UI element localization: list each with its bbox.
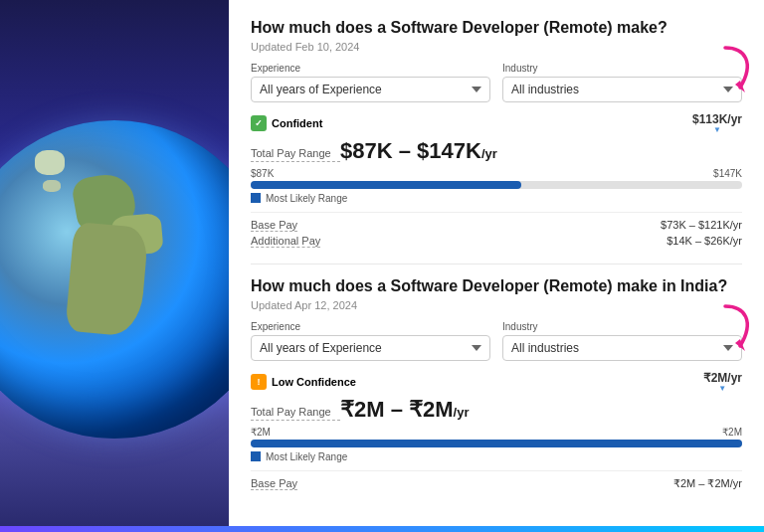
section1-legend-dot: [251, 193, 261, 203]
section1-per-year-value: $113K/yr: [692, 112, 742, 126]
section2-legend-label: Most Likely Range: [266, 451, 347, 462]
section2-per-year-value: ₹2M/yr: [703, 371, 742, 385]
section1-bar-min: $87K: [251, 168, 274, 179]
section2-experience-label: Experience: [251, 321, 490, 332]
section-divider: [251, 264, 742, 265]
section2-industry-filter: Industry All industries: [502, 321, 742, 361]
section1-total-pay-row: Total Pay Range $87K – $147K/yr: [251, 140, 742, 162]
globe-illustration: [0, 120, 229, 439]
section1-bar-labels: $87K $147K: [251, 168, 742, 179]
section1-additional-pay-value: $14K – $26K/yr: [667, 235, 742, 247]
arrow2-decoration: [690, 301, 760, 366]
section1-total-pay-label: Total Pay Range: [251, 147, 340, 162]
section1-total-pay-value: $87K – $147K/yr: [340, 140, 497, 162]
section1-base-pay-row: Base Pay $73K – $121K/yr: [251, 219, 742, 232]
section1-legend-label: Most Likely Range: [266, 193, 347, 204]
bottom-gradient-bar: [0, 526, 764, 532]
section1-bar-legend: Most Likely Range: [251, 193, 742, 204]
section1-base-pay-value: $73K – $121K/yr: [661, 219, 742, 231]
section2-total-pay-label: Total Pay Range: [251, 406, 340, 421]
section1-bar-max: $147K: [713, 168, 742, 179]
section2-bar-track: [251, 440, 742, 447]
section1-confidence-icon: ✓: [251, 115, 267, 131]
section2-confidence-badge: ! Low Confidence: [251, 374, 356, 390]
section2-title: How much does a Software Developer (Remo…: [251, 276, 742, 297]
section2-base-pay-row: Base Pay ₹2M – ₹2M/yr: [251, 477, 742, 490]
salary-section-global: How much does a Software Developer (Remo…: [251, 18, 742, 248]
section1-bar-fill: [251, 181, 521, 189]
section1-bar-track: [251, 181, 742, 189]
section1-experience-filter: Experience All years of Experience: [251, 63, 490, 102]
section1-additional-pay-label: Additional Pay: [251, 235, 320, 248]
section1-caret: ▼: [692, 126, 742, 134]
section1-confidence-label: Confident: [272, 117, 322, 129]
section2-caret: ▼: [703, 385, 742, 393]
section2-legend-dot: [251, 451, 261, 461]
section1-title: How much does a Software Developer (Remo…: [251, 18, 742, 39]
section2-bar-chart: ₹2M ₹2M Most Likely Range: [251, 427, 742, 462]
section2-bar-max: ₹2M: [722, 427, 742, 438]
section1-confidence-row: ✓ Confident $113K/yr ▼: [251, 112, 742, 134]
section1-per-year: $113K/yr ▼: [692, 112, 742, 134]
section2-total-pay-row: Total Pay Range ₹2M – ₹2M/yr: [251, 399, 742, 421]
section1-base-pay-label: Base Pay: [251, 219, 297, 232]
section2-experience-select[interactable]: All years of Experience: [251, 335, 490, 361]
section2-bar-labels: ₹2M ₹2M: [251, 427, 742, 438]
salary-section-india: How much does a Software Developer (Remo…: [251, 276, 742, 490]
section2-base-pay-value: ₹2M – ₹2M/yr: [673, 477, 742, 490]
section1-bar-chart: $87K $147K Most Likely Range: [251, 168, 742, 204]
section1-confidence-badge: ✓ Confident: [251, 115, 322, 131]
section2-pay-details: Base Pay ₹2M – ₹2M/yr: [251, 470, 742, 490]
section2-bar-fill: [251, 440, 742, 447]
arrow1-decoration: [690, 43, 760, 107]
section2-experience-filter: Experience All years of Experience: [251, 321, 490, 361]
section1-updated: Updated Feb 10, 2024: [251, 41, 742, 53]
section1-experience-label: Experience: [251, 63, 490, 74]
section2-total-pay-value: ₹2M – ₹2M/yr: [340, 399, 470, 421]
section1-pay-details: Base Pay $73K – $121K/yr Additional Pay …: [251, 212, 742, 248]
globe-panel: [0, 0, 229, 526]
section2-bar-min: ₹2M: [251, 427, 271, 438]
section2-updated: Updated Apr 12, 2024: [251, 299, 742, 311]
land-greenland: [35, 150, 65, 175]
section2-confidence-row: ! Low Confidence ₹2M/yr ▼: [251, 371, 742, 393]
section2-confidence-label: Low Confidence: [272, 376, 356, 388]
section2-per-year: ₹2M/yr ▼: [703, 371, 742, 393]
section2-bar-legend: Most Likely Range: [251, 451, 742, 462]
section2-confidence-icon: !: [251, 374, 267, 390]
section2-base-pay-label: Base Pay: [251, 477, 297, 490]
land-africa: [65, 221, 148, 336]
section1-additional-pay-row: Additional Pay $14K – $26K/yr: [251, 235, 742, 248]
section1-experience-select[interactable]: All years of Experience: [251, 77, 490, 102]
land-iceland: [43, 180, 61, 192]
section1-industry-filter: Industry All industries: [502, 63, 742, 102]
content-panel: How much does a Software Developer (Remo…: [229, 0, 764, 526]
